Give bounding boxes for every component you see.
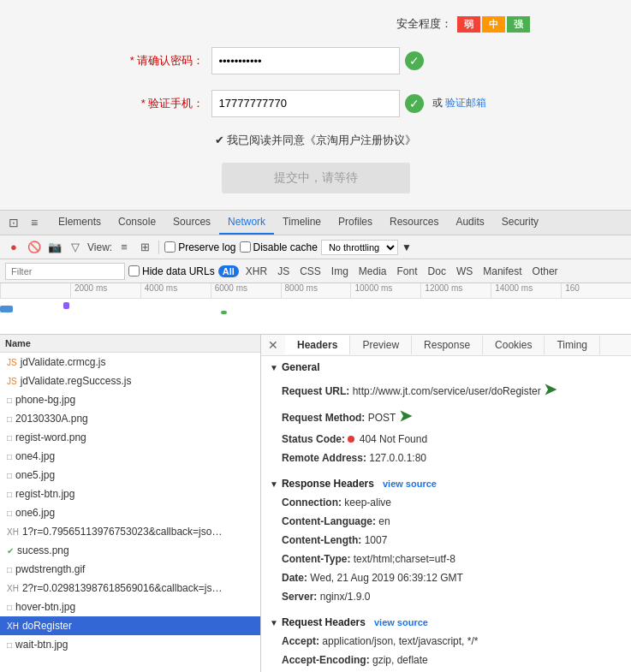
view-label: View: xyxy=(87,241,112,253)
detail-close-button[interactable]: ✕ xyxy=(261,335,285,355)
filter-js[interactable]: JS xyxy=(274,264,293,279)
tab-security[interactable]: Security xyxy=(493,211,547,235)
file-item-14[interactable]: XH doRegister xyxy=(0,616,260,635)
throttle-select[interactable]: No throttling xyxy=(321,240,398,255)
img-icon-6: □ xyxy=(7,471,12,480)
img-icon-7: □ xyxy=(7,490,12,499)
tab-sources[interactable]: Sources xyxy=(164,211,219,235)
tick-4000: 4000 ms xyxy=(140,283,211,298)
timeline-bars xyxy=(0,299,631,335)
filter-font[interactable]: Font xyxy=(394,264,421,279)
request-view-source[interactable]: view source xyxy=(374,617,428,627)
file-name-6: one5.jpg xyxy=(15,469,55,481)
resp-content-type: Content-Type: text/html;charset=utf-8 xyxy=(270,550,622,568)
phone-input[interactable] xyxy=(211,90,400,117)
file-item-11[interactable]: □ pwdstrength.gif xyxy=(0,560,260,579)
filter-doc[interactable]: Doc xyxy=(425,264,449,279)
all-badge[interactable]: All xyxy=(218,265,239,277)
img-icon-2: □ xyxy=(7,395,12,405)
img-icon-8: □ xyxy=(7,508,12,518)
tl-bar-1 xyxy=(0,306,13,312)
filter-button[interactable]: ▽ xyxy=(67,239,84,256)
agree-text: ✔ 我已阅读并同意《京淘用户注册协议》 xyxy=(215,133,417,148)
preserve-log-checkbox[interactable] xyxy=(164,241,176,253)
filter-css[interactable]: CSS xyxy=(296,264,324,279)
file-item-6[interactable]: □ one5.jpg xyxy=(0,466,260,485)
img-icon-3: □ xyxy=(7,414,12,424)
request-url-row: Request URL: http://www.jt.com/service/u… xyxy=(270,377,622,403)
file-item-7[interactable]: □ regist-btn.jpg xyxy=(0,485,260,503)
inspect-icon[interactable]: ⊡ xyxy=(3,212,24,233)
view-waterfall-icon[interactable]: ⊞ xyxy=(136,239,153,256)
hide-urls-checkbox[interactable] xyxy=(128,265,140,277)
disable-cache-checkbox[interactable] xyxy=(240,241,251,253)
clear-button[interactable]: 🚫 xyxy=(26,239,43,256)
view-list-icon[interactable]: ≡ xyxy=(116,239,133,256)
js-icon-0: JS xyxy=(7,358,17,367)
confirm-password-wrap: ✓ xyxy=(211,47,530,74)
confirm-password-input[interactable] xyxy=(211,47,400,74)
req-accept-encoding: Accept-Encoding: gzip, deflate xyxy=(270,651,622,669)
hide-urls-label: Hide data URLs xyxy=(128,265,215,277)
response-view-source[interactable]: view source xyxy=(383,479,437,489)
file-item-13[interactable]: □ hover-btn.jpg xyxy=(0,598,260,616)
tab-resources[interactable]: Resources xyxy=(381,211,447,235)
response-headers-section: ▼ Response Headers view source Connectio… xyxy=(261,473,631,611)
devtools-tabs: ⊡ ≡ Elements Console Sources Network Tim… xyxy=(0,210,631,235)
file-item-8[interactable]: □ one6.jpg xyxy=(0,503,260,522)
tab-profiles[interactable]: Profiles xyxy=(330,211,381,235)
file-list: Name JS jdValidate.crmcg.js JS jdValidat… xyxy=(0,335,261,672)
tab-elements[interactable]: Elements xyxy=(50,211,110,235)
detail-tab-cookies[interactable]: Cookies xyxy=(483,336,545,354)
file-item-1[interactable]: JS jdValidate.regSuccess.js xyxy=(0,372,260,390)
file-item-10[interactable]: ✔ sucess.png xyxy=(0,541,260,560)
detail-tab-response[interactable]: Response xyxy=(412,336,483,354)
xhr-icon-14: XH xyxy=(7,621,19,631)
js-icon-1: JS xyxy=(7,377,17,386)
file-item-15[interactable]: □ wait-btn.jpg xyxy=(0,635,260,654)
file-item-9[interactable]: XH 1?r=0.79565113976753023&callback=json… xyxy=(0,522,260,541)
detail-tab-headers[interactable]: Headers xyxy=(285,336,350,354)
status-dot xyxy=(348,436,354,443)
file-item-5[interactable]: □ one4.jpg xyxy=(0,447,260,466)
method-row: Request Method: POST ➤ xyxy=(270,403,622,430)
confirm-password-row: * 请确认密码： ✓ xyxy=(102,47,530,74)
filter-ws[interactable]: WS xyxy=(453,264,476,279)
verify-email-link[interactable]: 验证邮箱 xyxy=(445,97,486,109)
filter-manifest[interactable]: Manifest xyxy=(479,264,525,279)
file-item-12[interactable]: XH 2?r=0.029813987618569016&callback=jso… xyxy=(0,579,260,598)
filter-img[interactable]: Img xyxy=(328,264,352,279)
file-item-0[interactable]: JS jdValidate.crmcg.js xyxy=(0,353,260,372)
console-icon[interactable]: ≡ xyxy=(24,212,45,233)
file-name-7: regist-btn.jpg xyxy=(15,488,74,500)
file-item-2[interactable]: □ phone-bg.jpg xyxy=(0,390,260,409)
file-name-1: jdValidate.regSuccess.js xyxy=(21,375,132,387)
tab-network[interactable]: Network xyxy=(219,211,274,235)
tab-timeline[interactable]: Timeline xyxy=(274,211,330,235)
file-item-3[interactable]: □ 20130330A.png xyxy=(0,409,260,428)
file-list-header: Name xyxy=(0,335,260,353)
filter-other[interactable]: Other xyxy=(529,264,562,279)
file-item-4[interactable]: □ regist-word.png xyxy=(0,428,260,447)
detail-tab-preview[interactable]: Preview xyxy=(350,336,412,354)
img-icon-15: □ xyxy=(7,640,12,650)
security-mid: 中 xyxy=(482,16,505,33)
filter-input[interactable] xyxy=(5,263,125,280)
agree-row: ✔ 我已阅读并同意《京淘用户注册协议》 xyxy=(102,133,530,148)
filter-xhr[interactable]: XHR xyxy=(242,264,271,279)
phone-check-icon: ✓ xyxy=(405,94,424,113)
tab-audits[interactable]: Audits xyxy=(447,211,492,235)
file-name-13: hover-btn.jpg xyxy=(15,601,75,613)
filter-media[interactable]: Media xyxy=(355,264,390,279)
tab-console[interactable]: Console xyxy=(110,211,164,235)
xhr-icon-12: XH xyxy=(7,584,19,593)
camera-button[interactable]: 📷 xyxy=(46,239,63,256)
submit-button[interactable]: 提交中，请等待 xyxy=(222,163,410,193)
img-icon-13: □ xyxy=(7,603,12,612)
security-row: 安全程度： 弱 中 强 xyxy=(102,16,530,33)
file-name-0: jdValidate.crmcg.js xyxy=(21,356,106,368)
record-button[interactable]: ● xyxy=(5,239,22,256)
file-name-4: regist-word.png xyxy=(15,431,86,443)
tick-10000: 10000 ms xyxy=(350,283,420,298)
detail-tab-timing[interactable]: Timing xyxy=(545,336,600,354)
